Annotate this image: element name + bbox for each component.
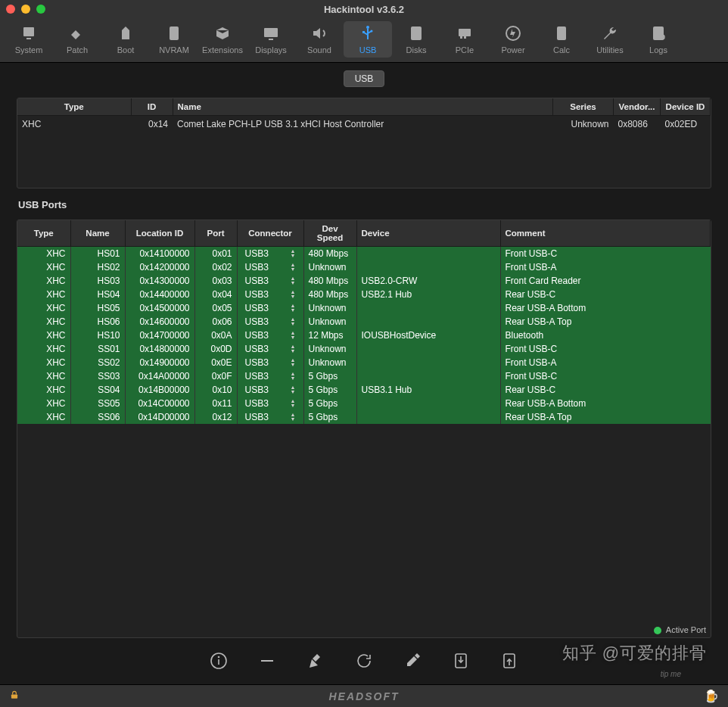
connector-select[interactable]: USB3▲▼ <box>242 412 299 422</box>
toolbar-label: System <box>15 45 43 55</box>
col-series[interactable]: Series <box>553 98 614 116</box>
system-icon <box>18 24 39 42</box>
port-row[interactable]: XHCHS020x142000000x02USB3▲▼UnknownFront … <box>17 260 711 274</box>
brand: HEADSOFT <box>0 690 728 702</box>
toolbar-boot[interactable]: Boot <box>101 21 150 58</box>
import-button[interactable] <box>452 652 470 672</box>
svg-rect-4 <box>264 28 278 37</box>
toolbar-logs[interactable]: Logs <box>634 21 683 58</box>
ports-section-label: USB Ports <box>18 199 710 210</box>
col-name[interactable]: Name <box>173 98 553 116</box>
svg-rect-1 <box>26 38 31 39</box>
toolbar-label: Power <box>501 45 524 55</box>
pcol-device[interactable]: Device <box>356 220 500 247</box>
active-port-dot <box>654 627 661 634</box>
pcol-speed[interactable]: Dev Speed <box>303 220 356 247</box>
pcol-connector[interactable]: Connector <box>237 220 303 247</box>
toolbar-patch[interactable]: Patch <box>53 21 101 58</box>
port-row[interactable]: XHCSS010x148000000x0DUSB3▲▼UnknownFront … <box>17 342 711 356</box>
inject-button[interactable] <box>403 652 422 672</box>
patch-icon <box>67 24 88 42</box>
svg-rect-10 <box>411 26 422 40</box>
pcol-loc[interactable]: Location ID <box>125 220 194 247</box>
col-vendor[interactable]: Vendor... <box>614 98 661 116</box>
connector-select[interactable]: USB3▲▼ <box>242 276 299 286</box>
toolbar-label: NVRAM <box>159 45 189 55</box>
pcol-name[interactable]: Name <box>70 220 125 247</box>
tab-usb[interactable]: USB <box>344 70 385 87</box>
svg-point-24 <box>219 657 219 658</box>
toolbar-disks[interactable]: Disks <box>392 21 440 58</box>
port-row[interactable]: XHCHS030x143000000x03USB3▲▼480 MbpsUSB2.… <box>17 274 711 288</box>
connector-select[interactable]: USB3▲▼ <box>242 303 299 313</box>
stepper-icon: ▲▼ <box>291 263 296 272</box>
toolbar-label: Logs <box>649 45 667 55</box>
col-type[interactable]: Type <box>17 98 131 116</box>
controller-row[interactable]: XHC0x14Comet Lake PCH-LP USB 3.1 xHCI Ho… <box>17 116 711 133</box>
svg-point-11 <box>415 36 418 38</box>
info-button[interactable] <box>210 652 228 672</box>
svg-rect-5 <box>269 39 273 40</box>
toolbar-label: Displays <box>255 45 287 55</box>
connector-select[interactable]: USB3▲▼ <box>242 330 299 341</box>
pcol-port[interactable]: Port <box>194 220 237 247</box>
calc-icon <box>551 24 572 42</box>
watermark: 知乎 @可爱的排骨 <box>562 642 707 665</box>
connector-select[interactable]: USB3▲▼ <box>242 357 299 368</box>
toolbar-pcie[interactable]: PCIe <box>440 21 489 58</box>
export-button[interactable] <box>500 652 518 672</box>
toolbar-label: Patch <box>67 45 88 55</box>
port-row[interactable]: XHCHS100x147000000x0AUSB3▲▼12 MbpsIOUSBH… <box>17 329 711 342</box>
watermark-sub: tip me <box>661 670 681 678</box>
connector-select[interactable]: USB3▲▼ <box>242 262 299 273</box>
power-icon <box>502 24 524 42</box>
connector-select[interactable]: USB3▲▼ <box>242 248 299 259</box>
footer: HEADSOFT 🍺 <box>0 684 728 707</box>
svg-rect-17 <box>558 28 565 31</box>
col-device[interactable]: Device ID <box>661 98 711 116</box>
connector-select[interactable]: USB3▲▼ <box>242 316 299 327</box>
col-id[interactable]: ID <box>131 98 173 116</box>
refresh-button[interactable] <box>355 652 373 672</box>
toolbar-label: Sound <box>307 45 331 55</box>
toolbar-displays[interactable]: Displays <box>247 21 295 58</box>
port-row[interactable]: XHCSS050x14C000000x11USB3▲▼5 GbpsRear US… <box>17 397 711 410</box>
utilities-icon <box>599 24 621 42</box>
port-row[interactable]: XHCSS060x14D000000x12USB3▲▼5 GbpsRear US… <box>17 410 711 424</box>
toolbar-nvram[interactable]: NVRAM <box>150 21 198 58</box>
toolbar-calc[interactable]: Calc <box>537 21 586 58</box>
connector-select[interactable]: USB3▲▼ <box>242 344 299 354</box>
toolbar-utilities[interactable]: Utilities <box>586 21 634 58</box>
toolbar-sound[interactable]: Sound <box>295 21 344 58</box>
remove-button[interactable] <box>258 652 276 672</box>
svg-point-3 <box>173 29 175 30</box>
clean-button[interactable] <box>306 652 325 672</box>
app-window: Hackintool v3.6.2 SystemPatchBootNVRAMEx… <box>0 0 728 707</box>
connector-select[interactable]: USB3▲▼ <box>242 385 299 395</box>
toolbar-label: Extensions <box>202 45 243 55</box>
extensions-icon <box>212 24 233 42</box>
toolbar-extensions[interactable]: Extensions <box>198 21 247 58</box>
toolbar-power[interactable]: Power <box>489 21 537 58</box>
pcol-comment[interactable]: Comment <box>500 220 711 247</box>
port-row[interactable]: XHCSS020x149000000x0EUSB3▲▼UnknownFront … <box>17 356 711 369</box>
main-toolbar: SystemPatchBootNVRAMExtensionsDisplaysSo… <box>0 18 728 63</box>
toolbar-usb[interactable]: USB <box>344 21 392 58</box>
port-row[interactable]: XHCHS050x145000000x05USB3▲▼UnknownRear U… <box>17 301 711 315</box>
connector-select[interactable]: USB3▲▼ <box>242 398 299 409</box>
stepper-icon: ▲▼ <box>291 331 296 340</box>
toolbar-system[interactable]: System <box>5 21 53 58</box>
port-row[interactable]: XHCHS040x144000000x04USB3▲▼480 MbpsUSB2.… <box>17 288 711 301</box>
port-row[interactable]: XHCSS040x14B000000x10USB3▲▼5 GbpsUSB3.1 … <box>17 383 711 397</box>
connector-select[interactable]: USB3▲▼ <box>242 289 299 300</box>
toolbar-label: Calc <box>553 45 570 55</box>
svg-rect-0 <box>23 27 34 36</box>
pcol-type[interactable]: Type <box>17 220 70 247</box>
connector-select[interactable]: USB3▲▼ <box>242 371 299 382</box>
port-row[interactable]: XHCSS030x14A000000x0FUSB3▲▼5 GbpsFront U… <box>17 369 711 383</box>
svg-point-8 <box>371 30 373 33</box>
port-row[interactable]: XHCHS060x146000000x06USB3▲▼UnknownRear U… <box>17 315 711 329</box>
svg-rect-25 <box>261 660 273 662</box>
port-row[interactable]: XHCHS010x141000000x01USB3▲▼480 MbpsFront… <box>17 247 711 260</box>
stepper-icon: ▲▼ <box>291 344 296 354</box>
